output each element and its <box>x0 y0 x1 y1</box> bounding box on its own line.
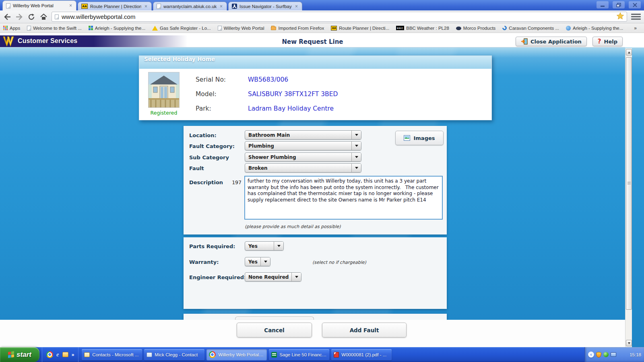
scrollbar-grip <box>627 181 631 185</box>
minimize-button[interactable] <box>597 1 609 8</box>
tab-close-icon[interactable]: × <box>219 4 223 9</box>
tab-willerby-web-portal[interactable]: Willerby Web Portal × <box>2 0 76 10</box>
fault-category-select[interactable]: Plumbing <box>245 141 361 150</box>
taskbar-item-willerby-portal[interactable]: Willerby Web Portal - ... <box>206 349 267 360</box>
tab-close-icon[interactable]: × <box>294 4 299 9</box>
warranty-select[interactable]: Yes <box>245 257 270 266</box>
help-button[interactable]: ? Help <box>592 37 623 46</box>
page-favicon <box>157 4 161 9</box>
bookmark-item[interactable]: BBCBBC Weather : PL28 <box>396 26 449 31</box>
bookmarks-overflow-icon[interactable]: » <box>634 25 637 31</box>
park-value[interactable]: Ladram Bay Holiday Centre <box>248 105 334 112</box>
cancel-button[interactable]: Cancel <box>237 323 312 337</box>
bookmark-item[interactable]: Morco Products <box>456 26 496 31</box>
serial-no-value[interactable]: WB5683/006 <box>248 76 288 83</box>
clock[interactable]: 15:18 <box>630 352 641 357</box>
sub-category-select[interactable]: Shower Plumbing <box>245 152 361 162</box>
internet-explorer-icon[interactable]: e <box>56 351 59 358</box>
page-icon <box>55 14 59 19</box>
bookmark-item[interactable]: Imported From Firefox <box>271 26 324 31</box>
back-icon[interactable] <box>3 13 11 21</box>
bookmark-item[interactable]: Caravan Components ... <box>502 26 559 31</box>
url-text[interactable]: www.willerbywebportal.com <box>62 13 614 20</box>
taskbar-item-mick-clegg[interactable]: Mick Clegg - Contact <box>144 349 204 360</box>
bookmark-item[interactable]: Willerby Web Portal <box>218 26 264 31</box>
bookmark-item[interactable]: Arleigh - Supplying the... <box>89 26 145 31</box>
tab-close-icon[interactable]: × <box>144 4 148 9</box>
tab-title: warrantyclaim.abiuk.co.uk/C <box>163 4 217 9</box>
outlook-icon[interactable] <box>62 352 68 357</box>
browser-menu-icon[interactable] <box>631 13 641 21</box>
bookmarks-bar: Apps Welcome to the Swift ... Arleigh - … <box>0 23 644 33</box>
dropdown-arrow-icon[interactable] <box>351 131 361 139</box>
home-icon[interactable] <box>39 13 47 21</box>
vertical-scrollbar[interactable] <box>625 48 632 347</box>
page-favicon <box>6 3 10 8</box>
address-bar[interactable]: www.willerbywebportal.com <box>52 12 627 22</box>
task-label: Sage Line 50 Financia... <box>279 352 327 357</box>
description-label: Description <box>189 179 223 185</box>
sage-icon <box>271 352 277 358</box>
dropdown-arrow-icon[interactable] <box>351 164 361 172</box>
aa-favicon: AA <box>81 4 88 9</box>
taskbar-item-pdf[interactable]: W0000081 (2).pdf - ... <box>331 349 392 360</box>
pdf-icon <box>334 352 339 358</box>
dropdown-arrow-icon[interactable] <box>260 257 270 266</box>
parts-required-value: Yes <box>245 243 274 249</box>
tab-warrantyclaim[interactable]: warrantyclaim.abiuk.co.uk/C × <box>153 2 227 10</box>
bookmark-label: Morco Products <box>463 26 496 31</box>
browser-titlebar: Willerby Web Portal × AA Route Planner |… <box>0 0 644 10</box>
app-header: Customer Services New Request Line Close… <box>0 35 625 47</box>
location-select[interactable]: Bathroom Main <box>245 130 361 140</box>
panel-header: Selected Holiday Home <box>139 56 491 69</box>
dropdown-arrow-icon[interactable] <box>351 153 361 161</box>
engineer-required-select[interactable]: None Required <box>245 272 301 282</box>
bookmark-item[interactable]: AARoute Planner | Directi... <box>331 26 389 31</box>
bookmark-item[interactable]: Welcome to the Swift ... <box>27 26 82 31</box>
bookmark-star-icon[interactable] <box>617 12 624 21</box>
reload-icon[interactable] <box>27 13 35 21</box>
images-button[interactable]: Images <box>395 131 444 145</box>
gas-safe-icon <box>152 26 158 31</box>
fault-label: Fault <box>189 165 204 171</box>
taskbar-item-sage[interactable]: Sage Line 50 Financia... <box>269 349 329 360</box>
bookmark-item[interactable]: Gas Safe Register - Lo... <box>152 26 211 31</box>
tab-issue-navigator[interactable]: Issue Navigator - Surfbay Cu × <box>228 2 302 10</box>
model-value[interactable]: SALISBURY 38FTX12FT 3BED <box>248 90 338 98</box>
start-button[interactable]: start <box>0 347 39 362</box>
bookmark-item[interactable]: Arleigh - Supplying the... <box>566 26 623 31</box>
network-icon[interactable] <box>611 352 616 357</box>
close-application-button[interactable]: Close Application <box>516 37 587 46</box>
apps-shortcut[interactable]: Apps <box>3 26 20 31</box>
apps-grid-icon <box>3 26 8 30</box>
parts-required-label: Parts Required: <box>189 243 235 249</box>
tray-expand-icon[interactable]: ‹ <box>588 352 594 358</box>
tab-close-icon[interactable]: × <box>68 3 73 8</box>
task-label: Willerby Web Portal - ... <box>218 352 264 357</box>
status-orb-icon[interactable] <box>603 352 609 357</box>
taskbar-item-contacts[interactable]: Contacts - Microsoft ... <box>82 349 142 360</box>
tab-route-planner[interactable]: AA Route Planner | Directions, t × <box>78 2 152 10</box>
windows-flag-icon <box>8 351 14 358</box>
tab-title: Issue Navigator - Surfbay Cu <box>239 4 292 9</box>
serial-no-label: Serial No: <box>196 76 226 83</box>
parts-required-select[interactable]: Yes <box>245 241 284 251</box>
dropdown-arrow-icon[interactable] <box>351 142 361 150</box>
restore-button[interactable] <box>613 1 625 8</box>
quick-launch-overflow-icon[interactable]: » <box>72 352 74 358</box>
scrollbar-thumb[interactable] <box>626 57 632 310</box>
fault-select[interactable]: Broken <box>245 163 361 173</box>
chrome-icon[interactable] <box>46 351 53 358</box>
security-shield-icon[interactable] <box>596 352 601 358</box>
dropdown-arrow-icon[interactable] <box>291 273 301 281</box>
scroll-down-icon[interactable] <box>626 340 632 346</box>
scroll-up-icon[interactable] <box>626 49 632 56</box>
dropdown-arrow-icon[interactable] <box>274 242 283 250</box>
description-textarea[interactable]: further to my conversation with Willerby… <box>244 176 443 220</box>
forward-icon[interactable] <box>15 13 23 21</box>
warranty-label: Warranty: <box>189 259 219 265</box>
close-window-button[interactable] <box>629 1 641 8</box>
warranty-hint: (select no if chargeable) <box>312 260 366 265</box>
morco-icon <box>456 27 461 30</box>
add-fault-button[interactable]: Add Fault <box>322 323 407 337</box>
